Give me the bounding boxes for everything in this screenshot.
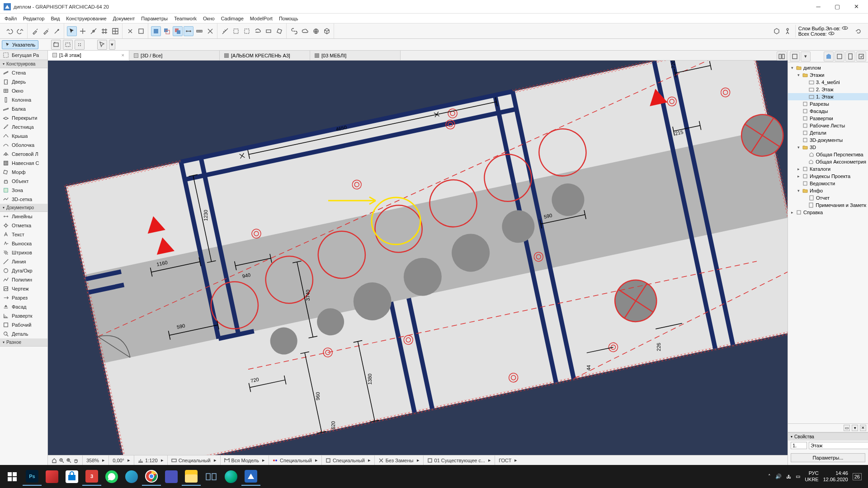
tool-curtain-wall[interactable]: Навесная С bbox=[0, 159, 47, 168]
menu-teamwork[interactable]: Teamwork bbox=[171, 15, 199, 22]
tool-morph[interactable]: Морф bbox=[0, 168, 47, 177]
nav-item[interactable]: ▸Справка bbox=[788, 209, 868, 216]
tool-skylight[interactable]: Световой Л bbox=[0, 150, 47, 159]
hand-icon[interactable] bbox=[73, 458, 79, 463]
tool-label[interactable]: Выноска bbox=[0, 239, 47, 248]
nav-popup-icon[interactable]: ▾ bbox=[801, 52, 811, 61]
tool-marquee[interactable]: Бегущая Ра bbox=[0, 51, 47, 60]
taskbar-archicad[interactable] bbox=[241, 468, 260, 486]
refresh-icon[interactable] bbox=[854, 26, 863, 36]
tray-language[interactable]: РУСUKRE bbox=[805, 470, 819, 482]
show-dims-icon[interactable] bbox=[184, 26, 193, 36]
minimize-button[interactable]: ─ bbox=[813, 3, 824, 10]
tool-arc[interactable]: Дуга/Окр bbox=[0, 266, 47, 275]
sel-mode-2-icon[interactable] bbox=[63, 40, 73, 50]
nav-item[interactable]: 3. 4_меблі bbox=[788, 79, 868, 86]
tool-drawing[interactable]: Чертеж bbox=[0, 284, 47, 293]
nav-publisher-icon[interactable] bbox=[856, 52, 866, 61]
panel-min-icon[interactable]: ▭ bbox=[844, 425, 850, 431]
navigator-tree[interactable]: ▾диплом▾Этажи3. 4_меблі2. Этаж1. ЭтажРаз… bbox=[788, 62, 868, 423]
tray-network-icon[interactable]: 🖧 bbox=[786, 474, 791, 479]
maximize-button[interactable]: ▢ bbox=[832, 3, 843, 10]
tool-column[interactable]: Колонна bbox=[0, 95, 47, 104]
menu-document[interactable]: Документ bbox=[110, 15, 138, 22]
nav-item[interactable]: 2. Этаж bbox=[788, 86, 868, 93]
tool-wall[interactable]: Стена bbox=[0, 68, 47, 77]
close-overlay-icon[interactable] bbox=[205, 26, 215, 36]
start-button[interactable] bbox=[3, 468, 22, 486]
menu-cadimage[interactable]: Cadimage bbox=[218, 15, 246, 22]
menu-window[interactable]: Окно bbox=[200, 15, 217, 22]
tool-zone[interactable]: Зона bbox=[0, 186, 47, 195]
menu-help[interactable]: Помощь bbox=[276, 15, 301, 22]
nav-item[interactable]: Фасады bbox=[788, 108, 868, 115]
taskbar-chrome[interactable] bbox=[142, 468, 161, 486]
nav-item[interactable]: Разрезы bbox=[788, 100, 868, 108]
quick-sel-dd-icon[interactable]: ▾ bbox=[109, 40, 115, 50]
select-lasso-icon[interactable] bbox=[253, 26, 263, 36]
cube-icon[interactable] bbox=[322, 26, 332, 36]
nav-item[interactable]: Общая Аксонометрия bbox=[788, 158, 868, 165]
tray-chevron-icon[interactable]: ˄ bbox=[768, 474, 771, 479]
link-icon[interactable] bbox=[289, 26, 299, 36]
rotation-angle[interactable]: 0,00° bbox=[113, 458, 124, 463]
tray-clock[interactable]: 14:4612.06.2020 bbox=[823, 470, 848, 482]
tool-stair[interactable]: Лестница bbox=[0, 122, 47, 131]
panel-opts-icon[interactable]: ▾ bbox=[852, 425, 858, 431]
tool-mesh[interactable]: 3D-сетка bbox=[0, 195, 47, 204]
cloud-icon[interactable] bbox=[300, 26, 310, 36]
tool-line[interactable]: Линия bbox=[0, 257, 47, 266]
home-icon[interactable] bbox=[52, 458, 57, 463]
measure-icon[interactable] bbox=[220, 26, 230, 36]
ruler-icon[interactable] bbox=[194, 26, 204, 36]
tab-floor1[interactable]: [1-й этаж]× bbox=[48, 51, 129, 61]
tool-worksheet[interactable]: Рабочий bbox=[0, 320, 47, 329]
3d-view-icon[interactable] bbox=[772, 26, 782, 36]
nav-item[interactable]: Ведомости bbox=[788, 180, 868, 187]
tool-dimension[interactable]: Линейны bbox=[0, 212, 47, 221]
story-number-input[interactable] bbox=[791, 442, 807, 449]
menu-options[interactable]: Параметры bbox=[138, 15, 170, 22]
tool-detail[interactable]: Деталь bbox=[0, 329, 47, 338]
taskbar-app1[interactable] bbox=[42, 468, 61, 486]
tab-album[interactable]: [АЛЬБОМ КРЕСЛЕНЬ А3] bbox=[220, 51, 310, 60]
nav-views-icon[interactable] bbox=[835, 52, 844, 61]
tool-fill[interactable]: Штрихов bbox=[0, 248, 47, 257]
menu-file[interactable]: Файл bbox=[2, 15, 19, 22]
nav-layouts-icon[interactable] bbox=[845, 52, 855, 61]
nav-item[interactable]: Общая Перспектива bbox=[788, 151, 868, 158]
tool-interior-elev[interactable]: Развертк bbox=[0, 311, 47, 320]
trace-icon[interactable] bbox=[136, 26, 146, 36]
sel-mode-3-icon[interactable] bbox=[75, 40, 85, 50]
menu-modelport[interactable]: ModelPort bbox=[247, 15, 275, 22]
pointer-tool-button[interactable]: Указатель bbox=[2, 40, 38, 49]
select-box-icon[interactable] bbox=[242, 26, 252, 36]
nav-item[interactable]: ▾3D bbox=[788, 144, 868, 151]
nav-map-icon[interactable] bbox=[790, 52, 800, 61]
cursor-arrow-icon[interactable] bbox=[67, 26, 77, 36]
tray-volume-icon[interactable]: 🔊 bbox=[775, 474, 782, 479]
zoom-level[interactable]: 358% bbox=[86, 458, 99, 463]
nav-item[interactable]: Детали bbox=[788, 129, 868, 136]
tab-split-icon[interactable] bbox=[777, 52, 787, 61]
nav-item[interactable]: 1. Этаж bbox=[788, 93, 868, 100]
grid-icon[interactable] bbox=[110, 26, 120, 36]
eyedropper-icon[interactable] bbox=[30, 26, 40, 36]
properties-header[interactable]: Свойства bbox=[788, 433, 868, 441]
taskbar-edge[interactable] bbox=[222, 468, 241, 486]
tool-section[interactable]: Разрез bbox=[0, 293, 47, 302]
menu-view[interactable]: Вид bbox=[48, 15, 62, 22]
sel-mode-1-icon[interactable] bbox=[51, 40, 61, 50]
nav-item[interactable]: ▸Индексы Проекта bbox=[788, 173, 868, 180]
tool-text[interactable]: Текст bbox=[0, 230, 47, 239]
menu-edit[interactable]: Редактор bbox=[20, 15, 47, 22]
nav-item[interactable]: Рабочие Листы bbox=[788, 122, 868, 129]
syringe-icon[interactable] bbox=[41, 26, 51, 36]
nav-item[interactable]: ▾диплом bbox=[788, 64, 868, 71]
nav-item[interactable]: ▾Этажи bbox=[788, 71, 868, 79]
drawing-canvas[interactable]: 4650 1230 1160 940 590 3740 590 720 960 … bbox=[48, 61, 788, 465]
overlay-b-icon[interactable] bbox=[173, 26, 183, 36]
taskbar-store[interactable] bbox=[62, 468, 81, 486]
grid-snap-icon[interactable] bbox=[99, 26, 109, 36]
redo-icon[interactable] bbox=[15, 26, 25, 36]
